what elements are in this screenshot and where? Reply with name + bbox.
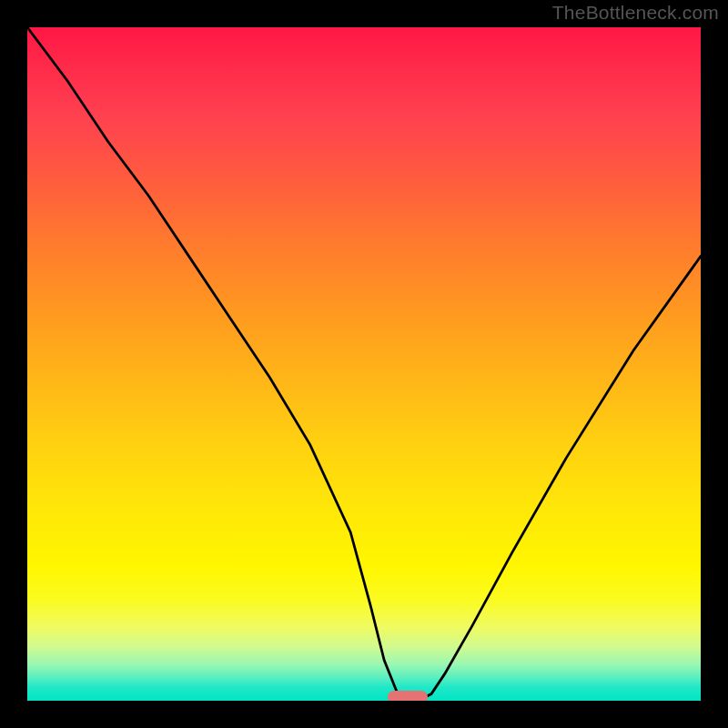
bottleneck-curve: [27, 27, 701, 701]
chart-frame: TheBottleneck.com: [0, 0, 728, 728]
plot-area: [27, 27, 701, 701]
optimal-marker: [388, 691, 428, 701]
watermark-text: TheBottleneck.com: [552, 2, 719, 24]
